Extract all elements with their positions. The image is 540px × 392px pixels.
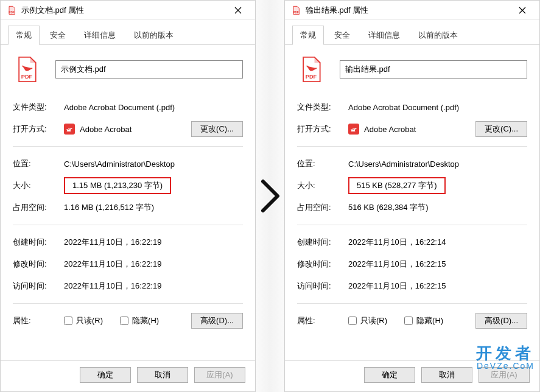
pdf-icon: PDF — [300, 56, 323, 83]
change-button[interactable]: 更改(C)... — [475, 121, 527, 137]
created-label: 创建时间: — [297, 237, 348, 248]
filename-input[interactable] — [340, 60, 527, 79]
accessed-value: 2022年11月10日，16:22:15 — [348, 281, 446, 292]
properties-dialog-left: PDF 示例文档.pdf 属性 常规 安全 详细信息 以前的版本 PDF 文件类… — [0, 0, 256, 392]
tab-previous-versions[interactable]: 以前的版本 — [410, 26, 466, 45]
attributes-label: 属性: — [297, 315, 348, 326]
openwith-label: 打开方式: — [297, 124, 348, 135]
dialog-footer: 确定 取消 应用(A) — [285, 360, 539, 391]
divider — [297, 225, 527, 225]
tab-bar: 常规 安全 详细信息 以前的版本 — [1, 20, 255, 45]
created-label: 创建时间: — [13, 237, 64, 248]
pdf-file-icon: PDF — [291, 5, 301, 15]
pdf-icon: PDF — [15, 56, 38, 83]
tab-details[interactable]: 详细信息 — [360, 26, 408, 45]
readonly-checkbox[interactable]: 只读(R) — [64, 315, 103, 326]
dialog-footer: 确定 取消 应用(A) — [1, 360, 255, 391]
modified-value: 2022年11月10日，16:22:15 — [348, 259, 446, 270]
hidden-checkbox[interactable]: 隐藏(H) — [120, 315, 159, 326]
acrobat-icon — [348, 124, 359, 135]
tab-security[interactable]: 安全 — [42, 26, 74, 45]
hidden-input[interactable] — [120, 317, 128, 325]
tab-content: PDF 文件类型:Adobe Acrobat Document (.pdf) 打… — [285, 45, 539, 360]
titlebar: PDF 输出结果.pdf 属性 — [285, 1, 539, 20]
close-button[interactable] — [510, 2, 535, 19]
size-on-disk-label: 占用空间: — [297, 202, 348, 213]
location-value: C:\Users\Administrator\Desktop — [348, 159, 459, 169]
window-title: 输出结果.pdf 属性 — [306, 5, 510, 16]
window-title: 示例文档.pdf 属性 — [21, 5, 226, 16]
readonly-input[interactable] — [348, 317, 357, 325]
filetype-value: Adobe Acrobat Document (.pdf) — [348, 103, 459, 112]
filetype-label: 文件类型: — [297, 102, 348, 113]
hidden-checkbox[interactable]: 隐藏(H) — [404, 315, 443, 326]
cancel-button[interactable]: 取消 — [137, 367, 188, 383]
divider — [13, 146, 243, 147]
tab-general[interactable]: 常规 — [292, 26, 324, 45]
size-on-disk-label: 占用空间: — [13, 202, 64, 213]
accessed-value: 2022年11月10日，16:22:19 — [64, 281, 161, 292]
tab-security[interactable]: 安全 — [326, 26, 358, 45]
size-value: 1.15 MB (1,213,230 字节) — [64, 177, 171, 194]
openwith-app-name: Adobe Acrobat — [364, 125, 416, 134]
close-icon — [234, 7, 242, 14]
svg-text:PDF: PDF — [293, 10, 298, 13]
filetype-label: 文件类型: — [13, 102, 64, 113]
modified-label: 修改时间: — [297, 259, 348, 270]
location-value: C:\Users\Administrator\Desktop — [64, 159, 175, 169]
location-label: 位置: — [297, 158, 348, 169]
tab-details[interactable]: 详细信息 — [76, 26, 124, 45]
divider — [13, 303, 243, 304]
cancel-button[interactable]: 取消 — [421, 367, 472, 383]
tab-bar: 常规 安全 详细信息 以前的版本 — [285, 20, 539, 45]
size-on-disk-value: 516 KB (628,384 字节) — [348, 202, 429, 213]
openwith-value: Adobe Acrobat — [64, 124, 191, 135]
divider — [297, 146, 527, 147]
arrow-divider — [256, 0, 284, 392]
pdf-file-icon: PDF — [7, 5, 16, 15]
advanced-button[interactable]: 高级(D)... — [475, 313, 527, 329]
divider — [13, 225, 243, 225]
svg-text:PDF: PDF — [21, 74, 33, 80]
close-icon — [519, 7, 526, 14]
arrow-right-icon — [259, 178, 281, 214]
divider — [297, 303, 527, 304]
filename-input[interactable] — [55, 60, 243, 79]
size-on-disk-value: 1.16 MB (1,216,512 字节) — [64, 202, 154, 213]
readonly-label: 只读(R) — [76, 315, 103, 326]
close-button[interactable] — [226, 2, 250, 19]
svg-text:PDF: PDF — [306, 74, 317, 80]
location-label: 位置: — [13, 158, 64, 169]
hidden-label: 隐藏(H) — [416, 315, 443, 326]
svg-text:PDF: PDF — [9, 10, 14, 13]
created-value: 2022年11月10日，16:22:19 — [64, 237, 161, 248]
ok-button[interactable]: 确定 — [80, 367, 131, 383]
openwith-value: Adobe Acrobat — [348, 124, 475, 135]
modified-label: 修改时间: — [13, 259, 64, 270]
ok-button[interactable]: 确定 — [364, 367, 415, 383]
size-label: 大小: — [13, 180, 64, 191]
accessed-label: 访问时间: — [297, 281, 348, 292]
openwith-app-name: Adobe Acrobat — [80, 125, 131, 134]
readonly-input[interactable] — [64, 317, 72, 325]
hidden-label: 隐藏(H) — [132, 315, 159, 326]
advanced-button[interactable]: 高级(D)... — [191, 313, 243, 329]
readonly-checkbox[interactable]: 只读(R) — [348, 315, 387, 326]
change-button[interactable]: 更改(C)... — [191, 121, 243, 137]
apply-button[interactable]: 应用(A) — [479, 367, 530, 383]
properties-dialog-right: PDF 输出结果.pdf 属性 常规 安全 详细信息 以前的版本 PDF 文件类… — [284, 0, 540, 392]
hidden-input[interactable] — [404, 317, 413, 325]
size-value: 515 KB (528,277 字节) — [348, 177, 446, 194]
attributes-label: 属性: — [13, 315, 64, 326]
apply-button[interactable]: 应用(A) — [194, 367, 245, 383]
readonly-label: 只读(R) — [360, 315, 387, 326]
tab-previous-versions[interactable]: 以前的版本 — [126, 26, 181, 45]
tab-content: PDF 文件类型:Adobe Acrobat Document (.pdf) 打… — [1, 45, 255, 360]
tab-general[interactable]: 常规 — [8, 26, 40, 45]
modified-value: 2022年11月10日，16:22:19 — [64, 259, 161, 270]
accessed-label: 访问时间: — [13, 281, 64, 292]
acrobat-icon — [64, 124, 75, 135]
size-label: 大小: — [297, 180, 348, 191]
filetype-value: Adobe Acrobat Document (.pdf) — [64, 103, 175, 112]
titlebar: PDF 示例文档.pdf 属性 — [1, 1, 255, 20]
